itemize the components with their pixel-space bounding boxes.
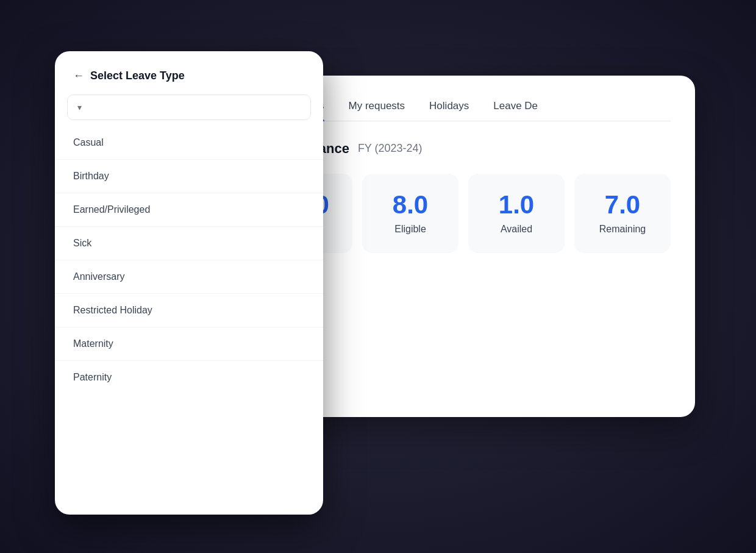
stat-eligible-number: 8.0 [393,192,428,218]
menu-item-birthday[interactable]: Birthday [55,160,323,193]
menu-item-paternity[interactable]: Paternity [55,361,323,394]
fy-badge: FY (2023-24) [358,142,423,155]
tab-my-requests[interactable]: My requests [349,100,405,121]
stat-remaining-number: 7.0 [605,192,640,218]
stat-eligible-label: Eligible [394,224,426,235]
chevron-down-icon: ▾ [77,102,82,112]
back-arrow-icon[interactable]: ← [73,70,84,82]
leave-type-menu: Casual Birthday Earned/Privileged Sick A… [55,126,323,394]
stat-eligible: 8.0 Eligible [362,174,458,253]
stat-availed-number: 1.0 [499,192,534,218]
stat-availed: 1.0 Availed [468,174,565,253]
tab-holidays[interactable]: Holidays [429,100,469,121]
menu-item-casual[interactable]: Casual [55,126,323,160]
stat-remaining-label: Remaining [599,224,646,235]
menu-item-anniversary[interactable]: Anniversary [55,260,323,294]
select-leave-type-card: ← Select Leave Type ▾ Casual Birthday Ea… [55,51,323,515]
dropdown-trigger[interactable]: ▾ [67,95,311,120]
card-header: ← Select Leave Type [55,70,323,95]
stat-remaining: 7.0 Remaining [574,174,671,253]
menu-item-maternity[interactable]: Maternity [55,327,323,361]
stat-availed-label: Availed [501,224,532,235]
menu-item-restricted-holiday[interactable]: Restricted Holiday [55,294,323,327]
tab-leave-de[interactable]: Leave De [493,100,538,121]
menu-item-sick[interactable]: Sick [55,227,323,260]
menu-item-earned-privileged[interactable]: Earned/Privileged [55,193,323,227]
card-title: Select Leave Type [90,70,185,82]
